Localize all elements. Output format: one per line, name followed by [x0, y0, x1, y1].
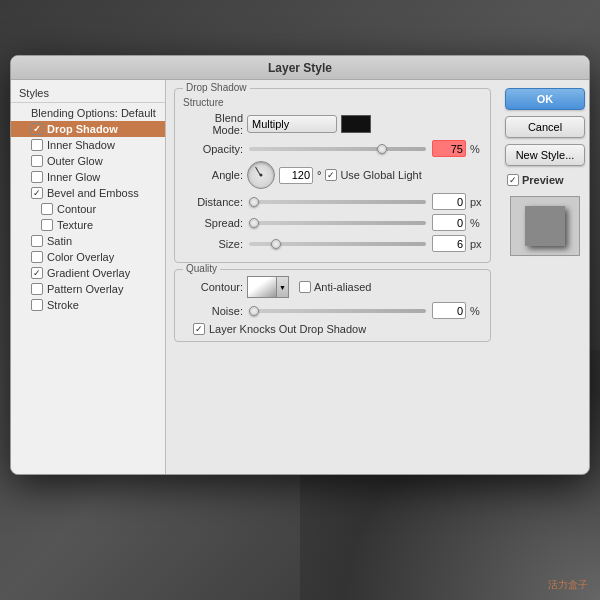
angle-row: Angle: ° Use Global Light: [183, 161, 482, 189]
outer-glow-checkbox[interactable]: [31, 155, 43, 167]
knockout-checkbox[interactable]: [193, 323, 205, 335]
main-content: Drop Shadow Structure Blend Mode: Multip…: [166, 80, 499, 474]
degree-symbol: °: [317, 169, 321, 181]
angle-line: [255, 167, 261, 176]
angle-dial[interactable]: [247, 161, 275, 189]
ok-button[interactable]: OK: [505, 88, 585, 110]
drop-shadow-section: Drop Shadow Structure Blend Mode: Multip…: [174, 88, 491, 263]
quality-section: Quality Contour: ▼ Anti-aliased Noise:: [174, 269, 491, 342]
noise-slider-track[interactable]: [249, 309, 426, 313]
color-overlay-checkbox[interactable]: [31, 251, 43, 263]
color-overlay-label: Color Overlay: [47, 251, 114, 263]
contour-checkbox[interactable]: [41, 203, 53, 215]
contour-dropdown-arrow[interactable]: ▼: [277, 276, 289, 298]
spread-label: Spread:: [183, 217, 243, 229]
sidebar-item-bevel-emboss[interactable]: Bevel and Emboss: [11, 185, 165, 201]
inner-glow-label: Inner Glow: [47, 171, 100, 183]
distance-slider-track[interactable]: [249, 200, 426, 204]
spread-slider-track[interactable]: [249, 221, 426, 225]
sidebar-item-gradient-overlay[interactable]: Gradient Overlay: [11, 265, 165, 281]
outer-glow-label: Outer Glow: [47, 155, 103, 167]
contour-label: Contour:: [183, 281, 243, 293]
dialog-title: Layer Style: [268, 61, 332, 75]
styles-header: Styles: [11, 84, 165, 103]
noise-label: Noise:: [183, 305, 243, 317]
size-slider-track[interactable]: [249, 242, 426, 246]
texture-label: Texture: [57, 219, 93, 231]
bevel-emboss-checkbox[interactable]: [31, 187, 43, 199]
size-row: Size: px: [183, 235, 482, 252]
preview-box: [510, 196, 580, 256]
distance-slider-thumb[interactable]: [249, 197, 259, 207]
noise-input[interactable]: [432, 302, 466, 319]
preview-toggle-label[interactable]: Preview: [505, 174, 583, 186]
sidebar-item-contour[interactable]: Contour: [11, 201, 165, 217]
contour-row: Contour: ▼ Anti-aliased: [183, 276, 482, 298]
texture-checkbox[interactable]: [41, 219, 53, 231]
gradient-overlay-checkbox[interactable]: [31, 267, 43, 279]
angle-input[interactable]: [279, 167, 313, 184]
watermark: 活力盒子: [548, 578, 588, 592]
spread-input[interactable]: [432, 214, 466, 231]
dialog-titlebar: Layer Style: [11, 56, 589, 80]
contour-picker[interactable]: ▼: [247, 276, 289, 298]
sidebar-item-drop-shadow[interactable]: Drop Shadow: [11, 121, 165, 137]
sidebar-item-stroke[interactable]: Stroke: [11, 297, 165, 313]
opacity-input[interactable]: [432, 140, 466, 157]
inner-shadow-label: Inner Shadow: [47, 139, 115, 151]
sidebar-item-pattern-overlay[interactable]: Pattern Overlay: [11, 281, 165, 297]
satin-checkbox[interactable]: [31, 235, 43, 247]
bevel-emboss-label: Bevel and Emboss: [47, 187, 139, 199]
spread-slider-thumb[interactable]: [249, 218, 259, 228]
left-panel: Styles Blending Options: Default Drop Sh…: [11, 80, 166, 474]
stroke-label: Stroke: [47, 299, 79, 311]
global-light-text: Use Global Light: [340, 169, 421, 181]
opacity-slider-thumb[interactable]: [377, 144, 387, 154]
sidebar-item-satin[interactable]: Satin: [11, 233, 165, 249]
distance-label: Distance:: [183, 196, 243, 208]
size-label: Size:: [183, 238, 243, 250]
preview-checkbox[interactable]: [507, 174, 519, 186]
buttons-column: OK Cancel New Style... Preview: [499, 80, 589, 474]
size-input[interactable]: [432, 235, 466, 252]
contour-label: Contour: [57, 203, 96, 215]
size-slider-thumb[interactable]: [271, 239, 281, 249]
anti-aliased-checkbox[interactable]: [299, 281, 311, 293]
drop-shadow-label: Drop Shadow: [47, 123, 118, 135]
anti-aliased-label[interactable]: Anti-aliased: [299, 281, 371, 293]
angle-label: Angle:: [183, 169, 243, 181]
cancel-button[interactable]: Cancel: [505, 116, 585, 138]
noise-row: Noise: %: [183, 302, 482, 319]
sidebar-item-inner-shadow[interactable]: Inner Shadow: [11, 137, 165, 153]
sidebar-item-blending-options[interactable]: Blending Options: Default: [11, 105, 165, 121]
sidebar-item-color-overlay[interactable]: Color Overlay: [11, 249, 165, 265]
distance-input[interactable]: [432, 193, 466, 210]
contour-thumb[interactable]: [247, 276, 277, 298]
blend-mode-row: Blend Mode: Multiply Normal Screen: [183, 112, 482, 136]
noise-slider-thumb[interactable]: [249, 306, 259, 316]
stroke-checkbox[interactable]: [31, 299, 43, 311]
satin-label: Satin: [47, 235, 72, 247]
inner-glow-checkbox[interactable]: [31, 171, 43, 183]
shadow-color-swatch[interactable]: [341, 115, 371, 133]
opacity-row: Opacity: %: [183, 140, 482, 157]
noise-unit: %: [470, 305, 482, 317]
global-light-label[interactable]: Use Global Light: [325, 169, 421, 181]
global-light-checkbox[interactable]: [325, 169, 337, 181]
drop-shadow-section-label: Drop Shadow: [183, 82, 250, 93]
sidebar-item-texture[interactable]: Texture: [11, 217, 165, 233]
inner-shadow-checkbox[interactable]: [31, 139, 43, 151]
sidebar-item-outer-glow[interactable]: Outer Glow: [11, 153, 165, 169]
size-unit: px: [470, 238, 482, 250]
sidebar-item-inner-glow[interactable]: Inner Glow: [11, 169, 165, 185]
drop-shadow-checkbox[interactable]: [31, 123, 43, 135]
pattern-overlay-checkbox[interactable]: [31, 283, 43, 295]
quality-section-label: Quality: [183, 263, 220, 274]
structure-label: Structure: [183, 97, 482, 108]
new-style-button[interactable]: New Style...: [505, 144, 585, 166]
distance-unit: px: [470, 196, 482, 208]
opacity-slider-track[interactable]: [249, 147, 426, 151]
anti-aliased-text: Anti-aliased: [314, 281, 371, 293]
spread-row: Spread: %: [183, 214, 482, 231]
blend-mode-select[interactable]: Multiply Normal Screen: [247, 115, 337, 133]
